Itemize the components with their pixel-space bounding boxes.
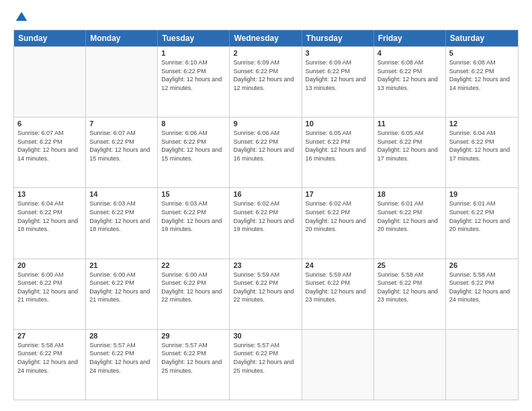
day-number: 7 [89,120,154,128]
day-number: 20 [17,261,82,269]
calendar-day-header: Wednesday [230,30,302,46]
calendar-day-header: Tuesday [158,30,230,46]
calendar-cell: 28Sunrise: 5:57 AM Sunset: 6:22 PM Dayli… [86,330,158,400]
day-info: Sunrise: 6:05 AM Sunset: 6:22 PM Dayligh… [378,129,442,163]
day-number: 1 [161,49,226,57]
calendar-cell [374,330,446,400]
day-info: Sunrise: 5:58 AM Sunset: 6:22 PM Dayligh… [378,271,442,304]
day-number: 17 [306,190,370,198]
day-number: 2 [233,49,298,57]
calendar-cell: 4Sunrise: 6:08 AM Sunset: 6:22 PM Daylig… [374,47,446,117]
day-number: 5 [449,49,515,57]
day-number: 8 [161,120,226,128]
calendar-cell: 16Sunrise: 6:02 AM Sunset: 6:22 PM Dayli… [230,188,302,258]
calendar-cell: 10Sunrise: 6:05 AM Sunset: 6:22 PM Dayli… [302,118,374,187]
calendar-cell: 30Sunrise: 5:57 AM Sunset: 6:22 PM Dayli… [230,330,302,400]
calendar-cell: 9Sunrise: 6:06 AM Sunset: 6:22 PM Daylig… [230,118,302,187]
logo [13,11,28,24]
day-number: 24 [306,261,370,269]
calendar-cell: 1Sunrise: 6:10 AM Sunset: 6:22 PM Daylig… [158,47,230,117]
calendar-week: 27Sunrise: 5:58 AM Sunset: 6:22 PM Dayli… [14,329,518,400]
day-info: Sunrise: 6:00 AM Sunset: 6:22 PM Dayligh… [17,271,82,304]
calendar-day-header: Sunday [14,30,86,46]
day-info: Sunrise: 6:06 AM Sunset: 6:22 PM Dayligh… [233,129,298,163]
day-number: 4 [378,49,442,57]
calendar-cell: 13Sunrise: 6:04 AM Sunset: 6:22 PM Dayli… [14,188,86,258]
day-number: 6 [17,120,82,128]
day-number: 10 [306,120,370,128]
day-number: 28 [89,332,154,340]
day-info: Sunrise: 6:08 AM Sunset: 6:22 PM Dayligh… [378,58,442,92]
calendar-cell: 24Sunrise: 5:59 AM Sunset: 6:22 PM Dayli… [302,259,374,329]
calendar-cell: 2Sunrise: 6:09 AM Sunset: 6:22 PM Daylig… [230,47,302,117]
day-info: Sunrise: 5:57 AM Sunset: 6:22 PM Dayligh… [233,341,298,375]
day-info: Sunrise: 6:05 AM Sunset: 6:22 PM Dayligh… [306,129,370,163]
calendar-week: 6Sunrise: 6:07 AM Sunset: 6:22 PM Daylig… [14,117,518,187]
day-info: Sunrise: 6:00 AM Sunset: 6:22 PM Dayligh… [161,271,226,304]
calendar-cell [446,330,518,400]
calendar-week: 20Sunrise: 6:00 AM Sunset: 6:22 PM Dayli… [14,259,518,329]
day-number: 16 [233,190,298,198]
day-info: Sunrise: 6:01 AM Sunset: 6:22 PM Dayligh… [378,199,442,233]
calendar-week: 13Sunrise: 6:04 AM Sunset: 6:22 PM Dayli… [14,187,518,258]
svg-marker-0 [16,12,28,21]
day-info: Sunrise: 6:07 AM Sunset: 6:22 PM Dayligh… [17,129,82,163]
calendar-cell: 15Sunrise: 6:03 AM Sunset: 6:22 PM Dayli… [158,188,230,258]
day-number: 29 [161,332,226,340]
day-info: Sunrise: 5:59 AM Sunset: 6:22 PM Dayligh… [233,271,298,304]
day-info: Sunrise: 6:10 AM Sunset: 6:22 PM Dayligh… [161,58,226,92]
day-number: 13 [17,190,82,198]
calendar-cell: 12Sunrise: 6:04 AM Sunset: 6:22 PM Dayli… [446,118,518,187]
day-info: Sunrise: 6:06 AM Sunset: 6:22 PM Dayligh… [161,129,226,163]
day-number: 25 [378,261,442,269]
day-number: 26 [449,261,515,269]
calendar-day-header: Thursday [302,30,374,46]
day-info: Sunrise: 6:00 AM Sunset: 6:22 PM Dayligh… [89,271,154,304]
calendar-week: 1Sunrise: 6:10 AM Sunset: 6:22 PM Daylig… [14,46,518,117]
day-info: Sunrise: 6:01 AM Sunset: 6:22 PM Dayligh… [449,199,515,233]
day-info: Sunrise: 5:57 AM Sunset: 6:22 PM Dayligh… [161,341,226,375]
header [13,11,519,24]
day-number: 23 [233,261,298,269]
day-number: 18 [378,190,442,198]
day-info: Sunrise: 6:02 AM Sunset: 6:22 PM Dayligh… [306,199,370,233]
day-number: 30 [233,332,298,340]
calendar-cell: 20Sunrise: 6:00 AM Sunset: 6:22 PM Dayli… [14,259,86,329]
day-info: Sunrise: 6:04 AM Sunset: 6:22 PM Dayligh… [449,129,515,163]
calendar-cell [302,330,374,400]
calendar-cell: 21Sunrise: 6:00 AM Sunset: 6:22 PM Dayli… [86,259,158,329]
calendar-cell: 27Sunrise: 5:58 AM Sunset: 6:22 PM Dayli… [14,330,86,400]
day-number: 12 [449,120,515,128]
day-info: Sunrise: 5:58 AM Sunset: 6:22 PM Dayligh… [449,271,515,304]
calendar-cell [86,47,158,117]
day-info: Sunrise: 6:04 AM Sunset: 6:22 PM Dayligh… [17,199,82,233]
day-number: 22 [161,261,226,269]
day-info: Sunrise: 6:03 AM Sunset: 6:22 PM Dayligh… [89,199,154,233]
day-number: 15 [161,190,226,198]
day-info: Sunrise: 6:02 AM Sunset: 6:22 PM Dayligh… [233,199,298,233]
calendar-cell: 18Sunrise: 6:01 AM Sunset: 6:22 PM Dayli… [374,188,446,258]
day-number: 9 [233,120,298,128]
day-number: 11 [378,120,442,128]
calendar: SundayMondayTuesdayWednesdayThursdayFrid… [13,30,519,400]
day-info: Sunrise: 6:09 AM Sunset: 6:22 PM Dayligh… [306,58,370,92]
day-number: 14 [89,190,154,198]
calendar-cell: 22Sunrise: 6:00 AM Sunset: 6:22 PM Dayli… [158,259,230,329]
calendar-cell: 8Sunrise: 6:06 AM Sunset: 6:22 PM Daylig… [158,118,230,187]
calendar-day-header: Friday [374,30,446,46]
calendar-cell [14,47,86,117]
calendar-cell: 11Sunrise: 6:05 AM Sunset: 6:22 PM Dayli… [374,118,446,187]
day-info: Sunrise: 6:08 AM Sunset: 6:22 PM Dayligh… [449,58,515,92]
day-info: Sunrise: 5:59 AM Sunset: 6:22 PM Dayligh… [306,271,370,304]
calendar-cell: 17Sunrise: 6:02 AM Sunset: 6:22 PM Dayli… [302,188,374,258]
calendar-cell: 26Sunrise: 5:58 AM Sunset: 6:22 PM Dayli… [446,259,518,329]
day-info: Sunrise: 6:03 AM Sunset: 6:22 PM Dayligh… [161,199,226,233]
calendar-cell: 7Sunrise: 6:07 AM Sunset: 6:22 PM Daylig… [86,118,158,187]
day-info: Sunrise: 5:58 AM Sunset: 6:22 PM Dayligh… [17,341,82,375]
calendar-cell: 19Sunrise: 6:01 AM Sunset: 6:22 PM Dayli… [446,188,518,258]
calendar-cell: 6Sunrise: 6:07 AM Sunset: 6:22 PM Daylig… [14,118,86,187]
calendar-body: 1Sunrise: 6:10 AM Sunset: 6:22 PM Daylig… [14,46,518,400]
calendar-cell: 14Sunrise: 6:03 AM Sunset: 6:22 PM Dayli… [86,188,158,258]
day-number: 27 [17,332,82,340]
day-number: 21 [89,261,154,269]
